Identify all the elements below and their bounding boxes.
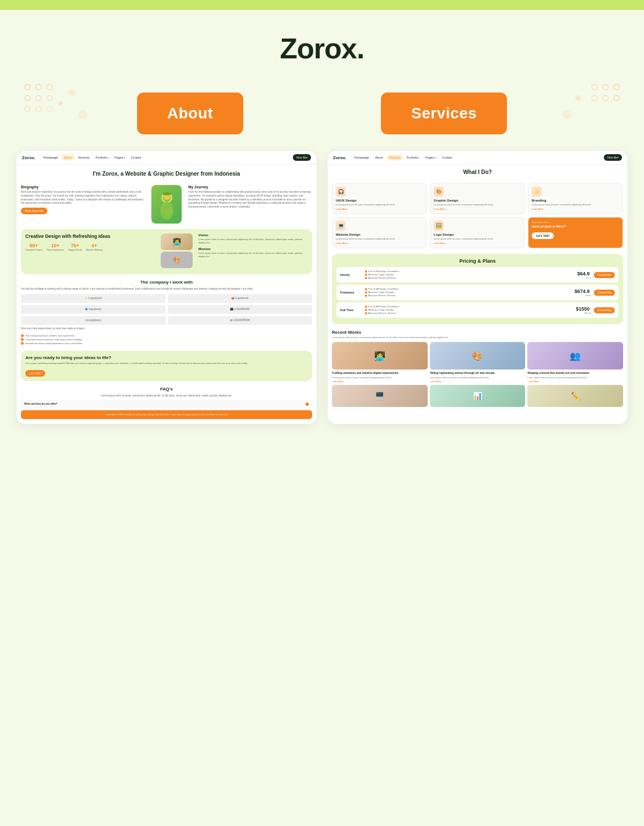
- service-uiux-link[interactable]: Learn More: [336, 208, 423, 210]
- pricing-fulltime-btn[interactable]: Choose Plan: [594, 307, 615, 313]
- bullet-dot-2: [21, 338, 24, 341]
- work-learn-1[interactable]: Learn More: [332, 380, 428, 383]
- services-label[interactable]: Services: [381, 93, 507, 134]
- service-graphic-icon: 🎨: [434, 187, 444, 197]
- work-card-1[interactable]: 👩‍💻 Crafting seamless and intuitive digi…: [332, 342, 428, 383]
- about-nav-home[interactable]: Homepage: [41, 155, 60, 160]
- services-nav-home[interactable]: Homepage: [352, 155, 371, 160]
- company-logo-5: ◎ Logoipsum: [21, 316, 166, 325]
- services-nav-pages[interactable]: Pages ▾: [423, 155, 438, 160]
- svg-point-5: [47, 95, 52, 101]
- work-learn-3[interactable]: Learn More: [527, 380, 623, 383]
- about-nav-services[interactable]: Services: [76, 155, 92, 160]
- service-branding[interactable]: ✨ Branding Lorem ipsum dolor sit amet, c…: [528, 183, 623, 214]
- works-grid-2: 🖥️ 📊 ✏️: [332, 385, 623, 407]
- service-graphic-link[interactable]: Learn More: [434, 208, 521, 210]
- faq-section: FAQ's Lorem ipsum dolor sit amet, consec…: [17, 383, 316, 424]
- company-text2: Here are a few areas where my work has m…: [21, 327, 312, 331]
- about-nav-portfolio[interactable]: Portfolio ▾: [94, 155, 111, 160]
- services-nav-portfolio[interactable]: Portfolio ▾: [405, 155, 422, 160]
- svg-point-0: [25, 84, 30, 90]
- svg-point-15: [614, 95, 619, 101]
- service-logo-link[interactable]: Learn More: [434, 242, 521, 244]
- pricing-fulltime-period: /Month: [576, 312, 591, 314]
- work-img-2: 🎨: [430, 342, 526, 369]
- service-web-link[interactable]: Learn More: [336, 242, 423, 244]
- work-card-2[interactable]: 🎨 Telling captivating stories through ar…: [430, 342, 526, 383]
- service-logo[interactable]: 🖼️ Logo Design Lorem ipsum dolor sit ame…: [430, 217, 525, 248]
- feat-dot: [365, 270, 367, 273]
- about-label[interactable]: About: [137, 93, 243, 134]
- company-text1: I've had the privilege of working with a…: [21, 287, 312, 291]
- svg-point-6: [25, 106, 30, 112]
- svg-point-1: [36, 84, 41, 90]
- work-learn-2[interactable]: Learn More: [430, 380, 526, 383]
- service-project-cta[interactable]: Request for more Have project in Mind? L…: [528, 217, 623, 248]
- pricing-fulltime: Full Time Free 3x All Design Consultatio…: [336, 302, 619, 318]
- svg-point-12: [614, 84, 619, 90]
- pricing-freelance-period: /Week: [575, 294, 592, 297]
- services-nav-about[interactable]: About: [373, 155, 385, 160]
- services-nav-services[interactable]: Services: [387, 155, 403, 160]
- about-nav-hire[interactable]: Hire Me!: [293, 154, 311, 161]
- journey-text: From my first freelance project to colla…: [188, 191, 312, 209]
- service-web-name: Website Design: [336, 233, 423, 236]
- cta-btn[interactable]: Let's Talk!: [25, 370, 45, 377]
- feat-dot: [365, 291, 367, 294]
- company-logo-1: ⚡ Logoipsum: [21, 294, 166, 303]
- cta-section: Are you ready to bring your ideas to lif…: [21, 351, 312, 381]
- service-uiux-name: UI/UX Design: [336, 199, 423, 202]
- service-cta-subtext: Request for more: [532, 221, 619, 224]
- work-title-3: Shaping a brand that stands out and reso…: [527, 371, 623, 375]
- pricing-hourly-features: Free 3x All Design Consultation Maximum …: [362, 270, 577, 280]
- faq-item-1[interactable]: What services do you offer?: [21, 400, 312, 409]
- faq-subtitle: Lorem ipsum dolor sit amet, consectetur …: [21, 394, 312, 397]
- service-branding-link[interactable]: Learn More: [532, 208, 619, 210]
- work-img-6: ✏️: [527, 385, 623, 407]
- labels-row: About Services: [0, 76, 644, 145]
- pricing-fulltime-price-wrap: $1550 /Month: [576, 306, 591, 314]
- pricing-title: Pricing & Plans: [336, 258, 619, 264]
- about-nav-logo: Zorox.: [22, 155, 35, 160]
- bio-text: Born and raised in Indonesia, my journey…: [21, 191, 145, 205]
- pricing-hourly-price-wrap: $64.9 /hour: [577, 271, 592, 279]
- about-bio-section: Biography Born and raised in Indonesia, …: [17, 185, 316, 227]
- about-nav-contact[interactable]: Contact: [129, 155, 144, 160]
- service-graphic[interactable]: 🎨 Graphic Design Lorem ipsum dolor sit a…: [430, 183, 525, 214]
- service-logo-icon: 🖼️: [434, 221, 444, 231]
- top-bar: [0, 0, 644, 10]
- service-uiux[interactable]: 🎧 UI/UX Design Lorem ipsum dolor sit ame…: [332, 183, 427, 214]
- service-branding-name: Branding: [532, 199, 619, 202]
- work-img-3: 👥: [527, 342, 623, 369]
- cta-title: Are you ready to bring your ideas to lif…: [25, 355, 308, 360]
- pricing-hourly-period: /hour: [577, 276, 592, 279]
- pricing-hourly-btn[interactable]: Choose Plan: [594, 272, 615, 278]
- more-about-btn[interactable]: More About Me: [21, 208, 47, 214]
- about-nav-about[interactable]: About: [62, 155, 74, 160]
- pricing-hourly-price: $64.9: [577, 271, 590, 276]
- services-nav-contact[interactable]: Contact: [440, 155, 455, 160]
- pricing-freelance-btn[interactable]: Choose Plan: [594, 290, 615, 296]
- service-web[interactable]: 💻 Website Design Lorem ipsum dolor sit a…: [332, 217, 427, 248]
- creative-title: Creative Design with Refreshing Ideas: [25, 233, 156, 240]
- work-card-3[interactable]: 👥 Shaping a brand that stands out and re…: [527, 342, 623, 383]
- bullet-2: Local Indonesian businesses embracing mo…: [21, 338, 312, 341]
- service-logo-desc: Lorem ipsum dolor sit amet, consectetur …: [434, 237, 521, 241]
- service-cta-btn[interactable]: Let's Talk!: [532, 232, 554, 239]
- faq-answer-text-1: I specialize in UI/UX design, branding, …: [24, 413, 309, 416]
- svg-point-17: [592, 95, 597, 101]
- stat-clients-label: Happy Clients: [68, 248, 82, 251]
- about-nav-items: Homepage About Services Portfolio ▾ Page…: [41, 155, 291, 160]
- pricing-fulltime-features: Free 3x All Design Consultation Maximum …: [362, 305, 576, 315]
- about-hero-title: I'm Zorox, a Website & Graphic Designer …: [23, 170, 310, 177]
- about-nav-pages[interactable]: Pages ▾: [112, 155, 127, 160]
- creative-img-1: 👩‍💻: [161, 233, 193, 250]
- header: Zorox.: [0, 10, 644, 76]
- faq-dot-1: [305, 403, 309, 406]
- bullet-dot-1: [21, 334, 24, 337]
- stat-awards-num: 4+: [86, 243, 102, 248]
- pricing-freelance-features: Free 3x All Design Consultation Maximum …: [362, 287, 575, 297]
- bio-title: Biography: [21, 185, 145, 189]
- services-nav-hire[interactable]: Hire Me!: [604, 154, 622, 161]
- bullet-1: Tech startups looking to redefine user e…: [21, 334, 312, 338]
